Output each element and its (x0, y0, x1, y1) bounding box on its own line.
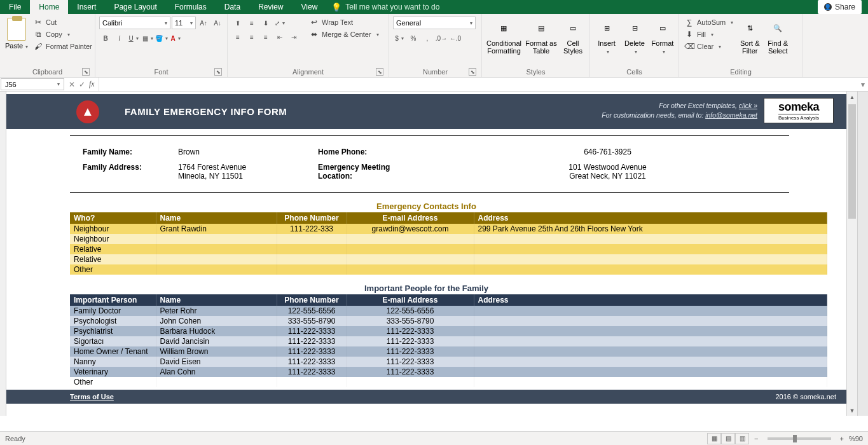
zoom-out-button[interactable]: − (754, 435, 758, 442)
page-break-view-button[interactable]: ▥ (735, 433, 749, 444)
merge-icon: ⬌ (309, 29, 319, 39)
font-name-combo[interactable]: Calibri▾ (99, 17, 170, 29)
cut-button[interactable]: ✂Cut (32, 17, 93, 28)
increase-font-button[interactable]: A↑ (197, 17, 210, 29)
table-row: Relative (70, 254, 827, 264)
number-dialog-launcher[interactable]: ⬊ (469, 68, 476, 76)
font-size-combo[interactable]: 11▾ (172, 17, 196, 29)
name-box[interactable]: J56▾ (1, 78, 64, 90)
ribbon-tabs: File Home Insert Page Layout Formulas Da… (0, 0, 868, 14)
worksheet-area[interactable]: ▲ FAMILY EMERGENCY INFO FORM For other E… (0, 92, 868, 416)
tab-home[interactable]: Home (30, 0, 68, 14)
zoom-in-button[interactable]: + (840, 435, 844, 442)
vertical-scrollbar[interactable]: ▲ ▼ (846, 92, 857, 416)
templates-link[interactable]: click » (739, 102, 757, 109)
fx-icon[interactable]: fx (89, 79, 95, 89)
table-row: Home Owner / TenantWilliam Brown111-222-… (70, 346, 827, 357)
italic-button[interactable]: I (113, 32, 126, 44)
formula-input[interactable] (99, 78, 858, 91)
font-color-button[interactable]: A▾ (169, 32, 182, 44)
person-icon: 👤 (824, 3, 832, 11)
contacts-table[interactable]: Who? Name Phone Number E-mail Address Ad… (70, 212, 827, 275)
fill-button[interactable]: ⬇Fill▾ (683, 29, 734, 40)
insert-cells-button[interactable]: ⊞Insert▾ (594, 17, 619, 57)
cell-styles-button[interactable]: ▭Cell Styles (560, 17, 586, 56)
meeting-location-value[interactable]: 101 Westwood AvenueGreat Neck, NY 11021 (439, 163, 776, 181)
decrease-font-button[interactable]: A↓ (211, 17, 224, 29)
tab-insert[interactable]: Insert (68, 0, 105, 14)
format-painter-button[interactable]: 🖌Format Painter (32, 41, 93, 52)
decrease-indent-button[interactable]: ⇤ (273, 31, 286, 43)
bold-button[interactable]: B (99, 32, 112, 44)
people-header-address: Address (474, 294, 827, 306)
zoom-level[interactable]: %90 (849, 435, 863, 442)
align-bottom-button[interactable]: ⬇ (259, 17, 272, 29)
people-table[interactable]: Important Person Name Phone Number E-mai… (70, 294, 827, 387)
enter-formula-button[interactable]: ✓ (79, 80, 85, 89)
alignment-dialog-launcher[interactable]: ⬊ (376, 68, 383, 76)
align-right-button[interactable]: ≡ (259, 31, 272, 43)
clear-button[interactable]: ⌫Clear▾ (683, 41, 734, 52)
autosum-button[interactable]: ∑AutoSum▾ (683, 17, 734, 28)
meeting-location-label: Emergency Meeting Location: (318, 163, 426, 181)
cancel-formula-button[interactable]: ✕ (69, 80, 75, 89)
copy-button[interactable]: ⧉Copy▾ (32, 29, 93, 40)
merge-center-button[interactable]: ⬌Merge & Center▾ (308, 29, 380, 40)
increase-decimal-button[interactable]: .0→ (435, 32, 448, 44)
format-cells-button[interactable]: ▭Format▾ (650, 17, 675, 57)
clipboard-icon (7, 18, 26, 41)
number-format-combo[interactable]: General▾ (393, 17, 476, 29)
scroll-down-button[interactable]: ▼ (847, 405, 857, 416)
align-top-button[interactable]: ⬆ (231, 17, 244, 29)
page-layout-view-button[interactable]: ▤ (721, 433, 735, 444)
normal-view-button[interactable]: ▦ (707, 433, 721, 444)
contacts-header-name: Name (156, 212, 277, 224)
tell-me-search[interactable]: 💡Tell me what you want to do (331, 0, 439, 14)
terms-of-use-link[interactable]: Terms of Use (70, 393, 114, 400)
align-middle-button[interactable]: ≡ (245, 17, 258, 29)
number-group-label: Number (423, 68, 448, 76)
tab-data[interactable]: Data (216, 0, 249, 14)
bulb-icon: 💡 (331, 3, 341, 12)
contact-email-link[interactable]: info@someka.net (705, 111, 757, 119)
sort-filter-button[interactable]: ⇅Sort & Filter (737, 17, 762, 56)
tab-page-layout[interactable]: Page Layout (105, 0, 165, 14)
clipboard-dialog-launcher[interactable]: ⬊ (82, 68, 90, 76)
font-dialog-launcher[interactable]: ⬊ (214, 68, 222, 76)
family-address-value[interactable]: 1764 Forest AvenueMineola, NY 11501 (178, 163, 305, 181)
underline-button[interactable]: U▾ (127, 32, 140, 44)
format-as-table-button[interactable]: ▤Format as Table (525, 17, 558, 56)
magnifier-icon: 🔍 (768, 18, 788, 38)
table-row: Other (70, 377, 827, 387)
increase-indent-button[interactable]: ⇥ (287, 31, 300, 43)
delete-cells-button[interactable]: ⊟Delete▾ (622, 17, 647, 57)
percent-format-button[interactable]: % (407, 32, 420, 44)
tab-view[interactable]: View (293, 0, 327, 14)
accounting-format-button[interactable]: $▾ (393, 32, 406, 44)
scroll-up-button[interactable]: ▲ (847, 92, 857, 102)
fill-color-button[interactable]: 🪣▾ (155, 32, 168, 44)
family-name-value[interactable]: Brown (178, 147, 305, 156)
expand-formula-bar-button[interactable]: ▾ (858, 78, 868, 91)
align-left-button[interactable]: ≡ (231, 31, 244, 43)
align-center-button[interactable]: ≡ (245, 31, 258, 43)
tab-formulas[interactable]: Formulas (166, 0, 216, 14)
share-button[interactable]: 👤Share (818, 0, 862, 14)
tab-review[interactable]: Review (249, 0, 292, 14)
find-select-button[interactable]: 🔍Find & Select (765, 17, 790, 56)
comma-format-button[interactable]: , (421, 32, 434, 44)
people-section-title: Important People for the Family (6, 284, 846, 293)
scroll-thumb[interactable] (848, 104, 856, 219)
decrease-decimal-button[interactable]: ←.0 (449, 32, 462, 44)
zoom-slider[interactable] (768, 437, 831, 440)
people-header-email: E-mail Address (347, 294, 474, 306)
wrap-text-button[interactable]: ↩Wrap Text (308, 17, 380, 28)
delete-cells-icon: ⊟ (624, 18, 645, 38)
borders-button[interactable]: ▦▾ (141, 32, 154, 44)
tab-file[interactable]: File (0, 0, 30, 14)
paste-button[interactable]: Paste▾ (4, 17, 29, 51)
orientation-button[interactable]: ⤢▾ (273, 17, 286, 29)
home-phone-value[interactable]: 646-761-3925 (439, 147, 776, 156)
conditional-formatting-button[interactable]: ▦Conditional Formatting (486, 17, 522, 56)
row-headers[interactable] (0, 92, 6, 416)
